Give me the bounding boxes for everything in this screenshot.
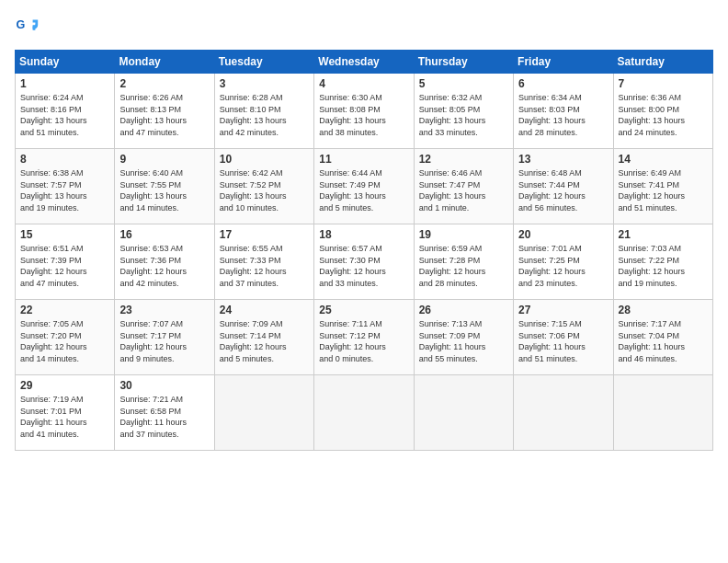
day-info: Sunrise: 6:28 AM Sunset: 8:10 PM Dayligh…: [220, 92, 309, 138]
day-number: 19: [419, 228, 508, 241]
calendar-cell: 12Sunrise: 6:46 AM Sunset: 7:47 PM Dayli…: [414, 149, 513, 224]
week-row-2: 8Sunrise: 6:38 AM Sunset: 7:57 PM Daylig…: [16, 149, 713, 224]
day-info: Sunrise: 6:53 AM Sunset: 7:36 PM Dayligh…: [119, 243, 209, 289]
day-number: 9: [119, 153, 209, 166]
calendar-cell: 26Sunrise: 7:13 AM Sunset: 7:09 PM Dayli…: [414, 300, 513, 375]
day-number: 22: [20, 304, 109, 316]
day-number: 29: [20, 379, 109, 392]
col-header-saturday: Saturday: [613, 51, 712, 74]
calendar-cell: [314, 375, 414, 451]
day-info: Sunrise: 6:49 AM Sunset: 7:41 PM Dayligh…: [619, 167, 708, 213]
calendar-cell: [214, 375, 313, 451]
calendar-cell: 7Sunrise: 6:36 AM Sunset: 8:00 PM Daylig…: [613, 74, 712, 149]
calendar-cell: 17Sunrise: 6:55 AM Sunset: 7:33 PM Dayli…: [214, 224, 313, 300]
day-number: 5: [419, 77, 508, 90]
calendar-cell: [613, 375, 712, 451]
calendar-cell: 30Sunrise: 7:21 AM Sunset: 6:58 PM Dayli…: [115, 375, 214, 451]
day-info: Sunrise: 7:05 AM Sunset: 7:20 PM Dayligh…: [20, 318, 109, 364]
day-info: Sunrise: 7:07 AM Sunset: 7:17 PM Dayligh…: [119, 318, 209, 364]
calendar-cell: 13Sunrise: 6:48 AM Sunset: 7:44 PM Dayli…: [514, 149, 613, 224]
day-info: Sunrise: 6:40 AM Sunset: 7:55 PM Dayligh…: [119, 167, 209, 213]
calendar-cell: 22Sunrise: 7:05 AM Sunset: 7:20 PM Dayli…: [16, 300, 115, 375]
calendar-cell: 2Sunrise: 6:26 AM Sunset: 8:13 PM Daylig…: [115, 74, 214, 149]
col-header-thursday: Thursday: [414, 51, 513, 74]
logo: G: [15, 15, 42, 40]
day-info: Sunrise: 7:13 AM Sunset: 7:09 PM Dayligh…: [419, 318, 508, 364]
day-info: Sunrise: 6:30 AM Sunset: 8:08 PM Dayligh…: [319, 92, 408, 138]
calendar-cell: 21Sunrise: 7:03 AM Sunset: 7:22 PM Dayli…: [613, 224, 712, 300]
day-info: Sunrise: 6:57 AM Sunset: 7:30 PM Dayligh…: [319, 243, 408, 289]
day-info: Sunrise: 7:11 AM Sunset: 7:12 PM Dayligh…: [319, 318, 408, 364]
logo-icon: G: [15, 15, 40, 40]
day-number: 30: [119, 379, 209, 392]
day-number: 6: [518, 77, 608, 90]
day-number: 1: [20, 77, 109, 90]
calendar-cell: [414, 375, 513, 451]
calendar-cell: 24Sunrise: 7:09 AM Sunset: 7:14 PM Dayli…: [214, 300, 313, 375]
calendar-cell: 20Sunrise: 7:01 AM Sunset: 7:25 PM Dayli…: [514, 224, 613, 300]
header-row: SundayMondayTuesdayWednesdayThursdayFrid…: [16, 51, 713, 74]
day-info: Sunrise: 6:36 AM Sunset: 8:00 PM Dayligh…: [619, 92, 708, 138]
day-number: 2: [119, 77, 209, 90]
calendar-cell: 27Sunrise: 7:15 AM Sunset: 7:06 PM Dayli…: [514, 300, 613, 375]
calendar-cell: 16Sunrise: 6:53 AM Sunset: 7:36 PM Dayli…: [115, 224, 214, 300]
day-info: Sunrise: 6:26 AM Sunset: 8:13 PM Dayligh…: [119, 92, 209, 138]
calendar-cell: 1Sunrise: 6:24 AM Sunset: 8:16 PM Daylig…: [16, 74, 115, 149]
day-number: 7: [619, 77, 708, 90]
day-info: Sunrise: 7:21 AM Sunset: 6:58 PM Dayligh…: [119, 394, 209, 440]
day-number: 28: [619, 304, 708, 316]
calendar-cell: 10Sunrise: 6:42 AM Sunset: 7:52 PM Dayli…: [214, 149, 313, 224]
day-info: Sunrise: 6:46 AM Sunset: 7:47 PM Dayligh…: [419, 167, 508, 213]
day-number: 10: [220, 153, 309, 166]
calendar-cell: 25Sunrise: 7:11 AM Sunset: 7:12 PM Dayli…: [314, 300, 414, 375]
day-info: Sunrise: 6:32 AM Sunset: 8:05 PM Dayligh…: [419, 92, 508, 138]
day-info: Sunrise: 7:15 AM Sunset: 7:06 PM Dayligh…: [518, 318, 608, 364]
calendar-cell: [514, 375, 613, 451]
day-number: 25: [319, 304, 408, 316]
week-row-1: 1Sunrise: 6:24 AM Sunset: 8:16 PM Daylig…: [16, 74, 713, 149]
header: G: [15, 15, 713, 40]
day-info: Sunrise: 6:48 AM Sunset: 7:44 PM Dayligh…: [518, 167, 608, 213]
day-number: 3: [220, 77, 309, 90]
day-number: 8: [20, 153, 109, 166]
col-header-wednesday: Wednesday: [314, 51, 414, 74]
svg-text:G: G: [16, 18, 25, 31]
day-number: 27: [518, 304, 608, 316]
calendar-cell: 15Sunrise: 6:51 AM Sunset: 7:39 PM Dayli…: [16, 224, 115, 300]
day-info: Sunrise: 6:38 AM Sunset: 7:57 PM Dayligh…: [20, 167, 109, 213]
day-info: Sunrise: 6:34 AM Sunset: 8:03 PM Dayligh…: [518, 92, 608, 138]
calendar-cell: 3Sunrise: 6:28 AM Sunset: 8:10 PM Daylig…: [214, 74, 313, 149]
calendar-cell: 14Sunrise: 6:49 AM Sunset: 7:41 PM Dayli…: [613, 149, 712, 224]
day-number: 24: [220, 304, 309, 316]
day-number: 13: [518, 153, 608, 166]
calendar-cell: 23Sunrise: 7:07 AM Sunset: 7:17 PM Dayli…: [115, 300, 214, 375]
col-header-sunday: Sunday: [16, 51, 115, 74]
day-info: Sunrise: 7:01 AM Sunset: 7:25 PM Dayligh…: [518, 243, 608, 289]
calendar-cell: 6Sunrise: 6:34 AM Sunset: 8:03 PM Daylig…: [514, 74, 613, 149]
day-number: 18: [319, 228, 408, 241]
day-info: Sunrise: 6:42 AM Sunset: 7:52 PM Dayligh…: [220, 167, 309, 213]
day-info: Sunrise: 6:51 AM Sunset: 7:39 PM Dayligh…: [20, 243, 109, 289]
calendar-cell: 18Sunrise: 6:57 AM Sunset: 7:30 PM Dayli…: [314, 224, 414, 300]
calendar-cell: 28Sunrise: 7:17 AM Sunset: 7:04 PM Dayli…: [613, 300, 712, 375]
day-info: Sunrise: 6:55 AM Sunset: 7:33 PM Dayligh…: [220, 243, 309, 289]
day-info: Sunrise: 6:44 AM Sunset: 7:49 PM Dayligh…: [319, 167, 408, 213]
day-number: 23: [119, 304, 209, 316]
day-number: 16: [119, 228, 209, 241]
day-number: 26: [419, 304, 508, 316]
week-row-4: 22Sunrise: 7:05 AM Sunset: 7:20 PM Dayli…: [16, 300, 713, 375]
day-number: 4: [319, 77, 408, 90]
day-info: Sunrise: 7:09 AM Sunset: 7:14 PM Dayligh…: [220, 318, 309, 364]
week-row-3: 15Sunrise: 6:51 AM Sunset: 7:39 PM Dayli…: [16, 224, 713, 300]
calendar-cell: 19Sunrise: 6:59 AM Sunset: 7:28 PM Dayli…: [414, 224, 513, 300]
col-header-tuesday: Tuesday: [214, 51, 313, 74]
col-header-friday: Friday: [514, 51, 613, 74]
calendar-cell: 4Sunrise: 6:30 AM Sunset: 8:08 PM Daylig…: [314, 74, 414, 149]
day-info: Sunrise: 7:17 AM Sunset: 7:04 PM Dayligh…: [619, 318, 708, 364]
day-number: 15: [20, 228, 109, 241]
calendar-page: G SundayMondayTuesdayWednesdayThursdayFr…: [0, 0, 728, 563]
calendar-cell: 8Sunrise: 6:38 AM Sunset: 7:57 PM Daylig…: [16, 149, 115, 224]
calendar-cell: 11Sunrise: 6:44 AM Sunset: 7:49 PM Dayli…: [314, 149, 414, 224]
calendar-cell: 5Sunrise: 6:32 AM Sunset: 8:05 PM Daylig…: [414, 74, 513, 149]
day-number: 14: [619, 153, 708, 166]
